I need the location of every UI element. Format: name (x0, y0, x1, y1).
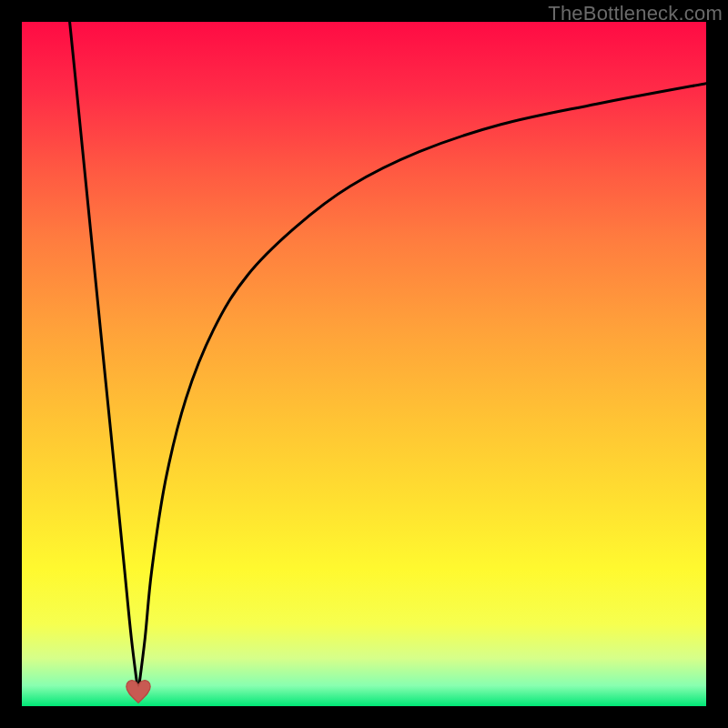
curve-layer (22, 22, 706, 706)
curve-left-branch (70, 22, 138, 693)
chart-frame (22, 22, 706, 706)
curve-right-branch (138, 84, 706, 693)
watermark-text: TheBottleneck.com (548, 2, 723, 25)
